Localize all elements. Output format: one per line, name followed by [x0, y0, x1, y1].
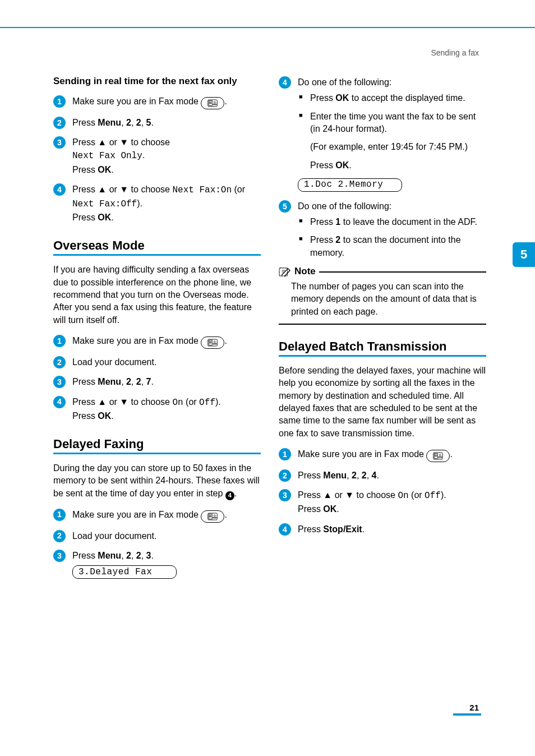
step: 1 Make sure you are in Fax mode . — [279, 448, 486, 462]
step: 1 Make sure you are in Fax mode . — [53, 508, 261, 523]
step: 4 Press Stop/Exit. — [279, 523, 486, 536]
step-number: 2 — [279, 469, 291, 482]
step-number: 1 — [53, 95, 66, 108]
up-arrow-icon: ▲ — [323, 490, 332, 500]
step-number: 1 — [279, 448, 291, 460]
key: 2 — [352, 471, 357, 480]
step-number: 1 — [53, 509, 66, 521]
key: 2 — [136, 118, 141, 127]
list-item: Enter the time you want the fax to be se… — [298, 110, 486, 136]
list-item: Press 1 to leave the document in the ADF… — [298, 216, 486, 228]
t: Press — [72, 185, 98, 194]
step: 2 Press Menu, 2, 2, 5. — [53, 116, 261, 129]
t: Enter the time you want the fax to be se… — [310, 112, 476, 133]
t: or — [107, 185, 119, 194]
fax-mode-icon — [201, 97, 224, 109]
section-rule — [53, 453, 261, 454]
t: Press — [310, 160, 335, 170]
t: Press — [310, 217, 335, 227]
key: OK — [98, 411, 111, 421]
key: Menu — [323, 471, 347, 480]
t: . — [224, 510, 227, 519]
t: Do one of the following: — [298, 77, 391, 87]
step: 4 Press ▲ or ▼ to choose On (or Off). Pr… — [53, 395, 261, 422]
svg-point-12 — [214, 341, 216, 343]
t: Do one of the following: — [298, 201, 391, 211]
key: Menu — [98, 551, 121, 560]
lcd-display: 1.Doc 2.Memory — [298, 178, 402, 192]
svg-rect-8 — [209, 340, 213, 345]
t: , — [131, 118, 136, 127]
chapter-tab: 5 — [513, 242, 535, 267]
key: OK — [335, 160, 349, 170]
step-number: 2 — [53, 530, 66, 542]
down-arrow-icon: ▼ — [119, 185, 128, 194]
t: , — [347, 471, 352, 480]
step: 2 Load your document. — [53, 529, 261, 542]
t: , — [367, 471, 372, 480]
sub-list: Press OK to accept the displayed time. E… — [298, 92, 486, 135]
t: Press — [298, 490, 323, 500]
step: 2 Load your document. — [53, 356, 261, 368]
t: . — [151, 551, 154, 560]
svg-point-19 — [214, 515, 216, 517]
section-rule — [53, 254, 261, 256]
t: ). — [137, 199, 142, 208]
overseas-steps: 1 Make sure you are in Fax mode . 2 Load… — [53, 334, 261, 422]
section-rule — [279, 355, 486, 357]
step: 5 Do one of the following: Press 1 to le… — [279, 200, 486, 259]
svg-point-5 — [214, 102, 216, 103]
key: OK — [98, 213, 111, 222]
breadcrumb: Sending a fax — [431, 48, 479, 57]
key: Menu — [98, 118, 121, 127]
lcd-row: 1.Doc 2.Memory — [298, 177, 486, 192]
step-number: 4 — [279, 523, 291, 536]
t: Press — [310, 235, 335, 245]
down-arrow-icon: ▼ — [119, 397, 128, 407]
lcd-display: 3.Delayed Fax — [72, 565, 177, 579]
t: ). — [441, 490, 446, 500]
lcd-text: On — [398, 491, 408, 501]
svg-rect-6 — [213, 104, 216, 105]
step-number: 3 — [53, 136, 66, 149]
t: Press — [72, 377, 98, 386]
step-text: Make sure you are in Fax mode — [72, 96, 201, 106]
t: Make sure you are in Fax mode — [72, 510, 201, 519]
step-number: 4 — [53, 396, 66, 408]
step: 4 Press ▲ or ▼ to choose Next Fax:On (or… — [53, 183, 261, 224]
up-arrow-icon: ▲ — [98, 137, 107, 147]
step: 3 Press ▲ or ▼ to choose On (or Off). Pr… — [279, 488, 486, 515]
step: 1 Make sure you are in Fax mode . — [53, 334, 261, 349]
key: Stop/Exit — [323, 524, 362, 534]
t: , — [141, 118, 146, 127]
svg-rect-13 — [213, 344, 216, 345]
t: Press — [298, 471, 323, 480]
t: (or — [409, 490, 425, 500]
page-bar — [453, 713, 481, 716]
t: Make sure you are in Fax mode — [298, 449, 426, 459]
note-rule — [319, 271, 486, 273]
t: , — [121, 551, 126, 560]
svg-rect-25 — [435, 454, 438, 459]
step-number: 3 — [279, 489, 291, 501]
key: OK — [98, 165, 111, 174]
note-title: Note — [294, 266, 316, 277]
content: Sending in real time for the next fax on… — [53, 76, 486, 587]
list-item: Press 2 to scan the document into the me… — [298, 234, 486, 259]
lcd-text: Off — [199, 398, 215, 408]
step-number: 4 — [53, 183, 66, 196]
t: Press — [72, 165, 98, 174]
t: to choose — [354, 490, 398, 500]
key: 2 — [126, 377, 131, 386]
sub-list: Press 1 to leave the document in the ADF… — [298, 216, 486, 259]
t: to choose — [128, 397, 172, 407]
t: , — [141, 551, 146, 560]
lcd-text: On — [172, 398, 183, 408]
overseas-title: Overseas Mode — [53, 238, 261, 253]
t: Press — [298, 504, 323, 514]
right-column: 4 Do one of the following: Press OK to a… — [279, 76, 486, 587]
t: Press — [72, 397, 98, 407]
lcd-text: Next Fax Only — [72, 151, 142, 161]
step-number: 4 — [279, 76, 291, 89]
batch-intro: Before sending the delayed faxes, your m… — [279, 365, 486, 440]
